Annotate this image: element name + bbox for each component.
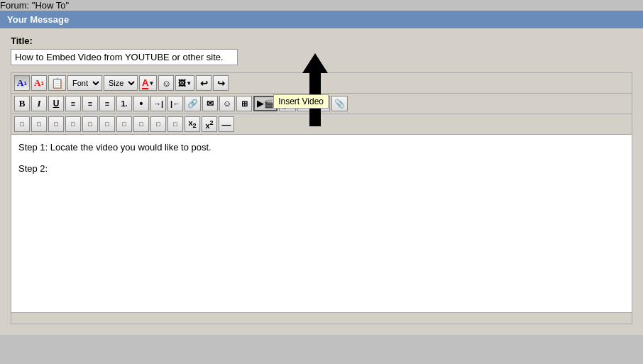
attachment-btn[interactable]: 📎 (331, 96, 348, 111)
email-btn[interactable]: ✉ (202, 96, 218, 111)
font-style-btn-2[interactable]: A 1 (31, 75, 47, 91)
tb3-btn-9[interactable]: □ (150, 116, 166, 132)
redo-btn[interactable]: ↪ (213, 75, 229, 91)
hr-btn[interactable]: — (219, 116, 234, 132)
your-message-header: Your Message (0, 11, 643, 28)
editor-container: A 1 A 1 📋 Font Size A ▼ ☺ (11, 72, 632, 324)
tb3-btn-6[interactable]: □ (99, 116, 115, 132)
tb3-btn-2[interactable]: □ (31, 116, 47, 132)
unordered-list-btn[interactable]: • (133, 96, 149, 111)
tb3-btn-4[interactable]: □ (65, 116, 81, 132)
title-label: Title: (11, 35, 632, 46)
content-line-1: Step 1: Locate the video you would like … (18, 142, 625, 153)
superscript-btn[interactable]: x2 (202, 116, 217, 132)
underline-btn[interactable]: U (48, 96, 64, 111)
editor-body[interactable]: Step 1: Locate the video you would like … (11, 135, 632, 312)
image-btn[interactable]: 🖾 ▼ (175, 75, 194, 91)
outdent-btn[interactable]: |← (167, 96, 183, 111)
bold-btn[interactable]: B (14, 96, 30, 111)
undo-btn[interactable]: ↩ (196, 75, 211, 91)
ordered-list-btn[interactable]: 1. (116, 96, 132, 111)
title-input[interactable] (11, 49, 238, 65)
editor-content-area: Step 1: Locate the video you would like … (11, 135, 632, 312)
blockquote-btn[interactable]: 💬 (279, 96, 296, 111)
font-style-btn-1[interactable]: A 1 (14, 75, 30, 91)
toolbar-row-2: B I U ≡ ≡ ≡ 1. • →| (11, 94, 632, 114)
smiley-btn[interactable]: ☺ (158, 75, 174, 91)
hash-btn[interactable]: # (297, 96, 313, 111)
tb3-btn-10[interactable]: □ (167, 116, 183, 132)
insert-video-wrapper: ▶ 🎬 Insert Video (253, 96, 277, 111)
form-area: Title: A 1 A 1 📋 Font Size A ▼ (0, 28, 643, 335)
tb3-btn-3[interactable]: □ (48, 116, 64, 132)
align-center-btn[interactable]: ≡ (82, 96, 98, 111)
content-line-2: Step 2: (18, 163, 625, 174)
align-left-btn[interactable]: ≡ (65, 96, 81, 111)
indent-btn[interactable]: →| (150, 96, 166, 111)
font-select[interactable]: Font (67, 75, 102, 91)
forum-bar-text: Forum: "How To" (0, 0, 69, 11)
table-btn[interactable]: ⊞ (236, 96, 252, 111)
arrow-head (302, 53, 328, 73)
subscript-btn[interactable]: x2 (185, 116, 200, 132)
emoticon-btn[interactable]: ☺ (219, 96, 235, 111)
font-color-btn[interactable]: A ▼ (139, 75, 157, 91)
tb3-btn-7[interactable]: □ (116, 116, 132, 132)
copy-format-btn[interactable]: 📋 (48, 75, 66, 91)
align-right-btn[interactable]: ≡ (99, 96, 115, 111)
tb3-btn-1[interactable]: □ (14, 116, 30, 132)
toolbar-row-1: A 1 A 1 📋 Font Size A ▼ ☺ (11, 73, 632, 94)
insert-video-btn[interactable]: ▶ 🎬 (253, 96, 277, 111)
forum-bar: Forum: "How To" (0, 0, 643, 11)
editor-scrollbar[interactable] (11, 312, 632, 324)
tb3-btn-5[interactable]: □ (82, 116, 98, 132)
toolbar-row-3: □ □ □ □ □ □ □ □ □ □ x2 x2 — (11, 114, 632, 135)
link-btn[interactable]: 🔗 (185, 96, 201, 111)
italic-btn[interactable]: I (31, 96, 47, 111)
size-select[interactable]: Size (104, 75, 138, 91)
tb3-btn-8[interactable]: □ (133, 116, 149, 132)
code-btn[interactable]: <> (314, 96, 330, 111)
